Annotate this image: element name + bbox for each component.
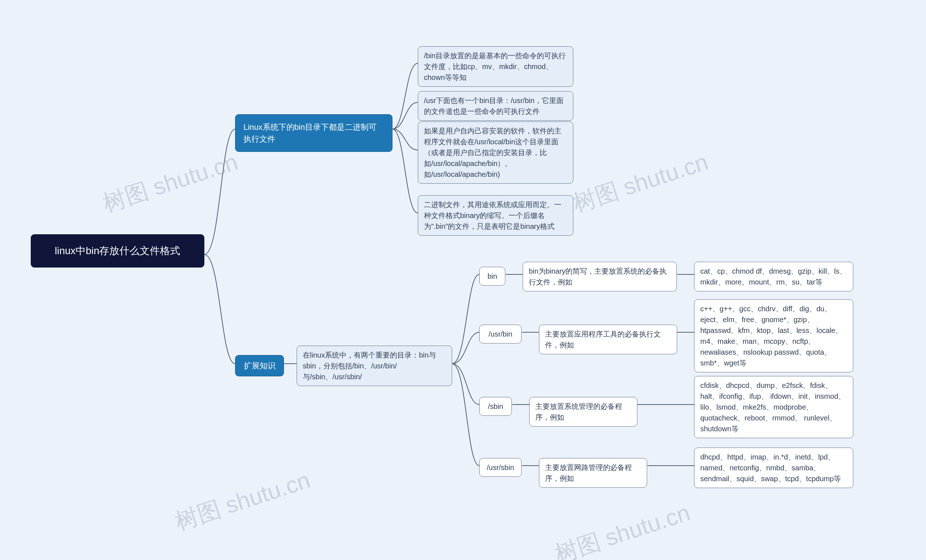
row-usrbin-leaf[interactable]: c++、g++、gcc、chdrv、diff、dig、du、eject、elm、… bbox=[694, 299, 853, 372]
leaf-binary-file[interactable]: 二进制文件，其用途依系统或应用而定。一种文件格式binary的缩写。一个后缀名为… bbox=[418, 195, 573, 236]
watermark: 树图 shutu.cn bbox=[171, 464, 314, 537]
row-bin-mid[interactable]: bin为binary的简写，主要放置系统的必备执行文件，例如 bbox=[523, 262, 677, 291]
extended-desc[interactable]: 在linux系统中，有两个重要的目录：bin与sbin，分别包括/bin、/us… bbox=[297, 346, 452, 386]
row-bin-name[interactable]: bin bbox=[479, 267, 505, 285]
watermark: 树图 shutu.cn bbox=[569, 146, 712, 219]
leaf-usr-local-bin[interactable]: 如果是用户自内己容安装的软件，软件的主程序文件就会在/usr/local/bin… bbox=[418, 121, 573, 184]
leaf-usr-bin[interactable]: /usr下面也有一个bin目录：/usr/bin，它里面的文件道也是一些命令的可… bbox=[418, 91, 573, 121]
row-sbin-name[interactable]: /sbin bbox=[479, 397, 512, 416]
row-usrsbin-leaf[interactable]: dhcpd、httpd、imap、in.*d、inetd、lpd、named、n… bbox=[694, 448, 853, 488]
mindmap-canvas: 树图 shutu.cn 树图 shutu.cn 树图 shutu.cn 树图 s… bbox=[0, 0, 926, 560]
row-usrsbin-mid[interactable]: 主要放置网路管理的必备程序，例如 bbox=[539, 458, 647, 488]
row-sbin-leaf[interactable]: cfdisk、dhcpcd、dump、e2fsck、fdisk、halt、ifc… bbox=[694, 376, 853, 438]
row-usrbin-mid[interactable]: 主要放置应用程序工具的必备执行文件，例如 bbox=[539, 325, 677, 354]
row-bin-leaf[interactable]: cat、cp、chmod df、dmesg、gzip、kill、ls、mkdir… bbox=[694, 262, 853, 291]
row-sbin-mid[interactable]: 主要放置系统管理的必备程序，例如 bbox=[529, 397, 637, 427]
watermark: 树图 shutu.cn bbox=[551, 497, 694, 560]
row-usrbin-name[interactable]: /usr/bin bbox=[479, 325, 522, 343]
leaf-bin-basic-cmds[interactable]: /bin目录放置的是最基本的一些命令的可执行文件度，比如cp、mv、mkdir、… bbox=[418, 46, 573, 87]
row-usrsbin-name[interactable]: /usr/sbin bbox=[479, 458, 522, 477]
branch-extended-knowledge[interactable]: 扩展知识 bbox=[235, 355, 284, 376]
root-node[interactable]: linux中bin存放什么文件格式 bbox=[31, 234, 204, 267]
branch-bin-directory[interactable]: Linux系统下的bin目录下都是二进制可执行文件 bbox=[235, 114, 392, 152]
watermark: 树图 shutu.cn bbox=[99, 146, 242, 219]
